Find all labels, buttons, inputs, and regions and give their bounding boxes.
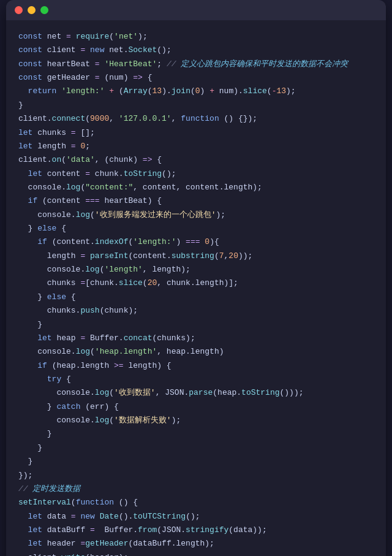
titlebar — [6, 0, 386, 20]
close-button[interactable] — [15, 6, 23, 14]
maximize-button[interactable] — [40, 6, 48, 14]
code-window: const net = require('net'); const client… — [6, 0, 386, 556]
code-content: const net = require('net'); const client… — [6, 20, 386, 556]
minimize-button[interactable] — [28, 6, 36, 14]
